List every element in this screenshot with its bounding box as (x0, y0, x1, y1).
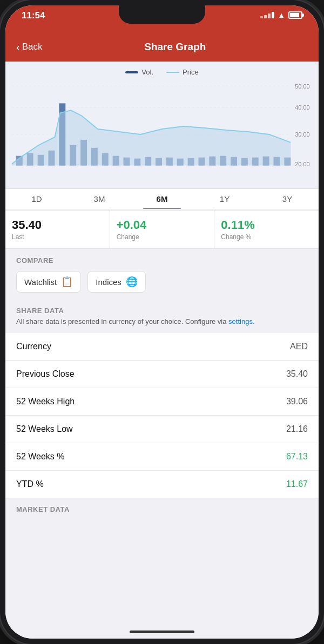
svg-text:40.00: 40.00 (295, 104, 309, 111)
time-btn-6m[interactable]: 6M (131, 189, 193, 209)
indices-button[interactable]: Indices 🌐 (87, 271, 146, 293)
battery-icon (288, 11, 302, 19)
table-row: Currency AED (5, 333, 319, 361)
share-data-desc: All share data is presented in currency … (16, 317, 308, 327)
52wk-high-val: 39.06 (286, 397, 308, 406)
vol-label: Vol. (141, 68, 153, 76)
52wk-low-val: 21.16 (286, 424, 308, 434)
ytd-pct-val: 11.67 (286, 479, 308, 489)
stat-change-pct-label: Change % (221, 233, 312, 241)
price-label: Price (183, 68, 199, 76)
stat-last-label: Last (12, 233, 103, 241)
table-row: 52 Weeks High 39.06 (5, 388, 319, 416)
compare-section: COMPARE Watchlist 📋 Indices 🌐 (5, 249, 319, 300)
time-btn-1d[interactable]: 1D (5, 189, 68, 209)
svg-text:50.00: 50.00 (295, 83, 309, 90)
chart-section: Vol. Price (5, 62, 319, 188)
status-time: 11:54 (22, 11, 45, 20)
chart-svg: 50.00 40.00 30.00 20.00 (12, 80, 312, 188)
watchlist-icon: 📋 (61, 276, 73, 288)
stat-last-value: 35.40 (12, 218, 103, 232)
currency-key: Currency (16, 342, 51, 351)
price-line-icon (166, 72, 179, 73)
wifi-icon: ▲ (278, 11, 285, 19)
52wk-high-key: 52 Weeks High (16, 397, 75, 406)
main-content: Vol. Price (5, 62, 319, 639)
market-data-title: MARKET DATA (16, 505, 308, 513)
settings-link[interactable]: settings. (228, 317, 254, 326)
stat-change-pct: 0.11% Change % (214, 211, 319, 248)
home-indicator (130, 631, 194, 633)
phone-shell: 11:54 ▲ ‹ Back Share Graph (0, 0, 324, 644)
indices-label: Indices (96, 277, 122, 287)
stat-last: 35.40 Last (5, 211, 110, 248)
table-row: 52 Weeks Low 21.16 (5, 416, 319, 443)
52wk-pct-val: 67.13 (286, 452, 308, 462)
watchlist-button[interactable]: Watchlist 📋 (16, 271, 81, 293)
table-row: YTD % 11.67 (5, 471, 319, 498)
time-selector: 1D 3M 6M 1Y 3Y (5, 188, 319, 209)
share-data-title: SHARE DATA (16, 307, 308, 315)
share-data-section: SHARE DATA All share data is presented i… (5, 300, 319, 331)
vol-line-icon (125, 71, 138, 73)
watchlist-label: Watchlist (24, 277, 57, 287)
status-icons: ▲ (260, 11, 302, 19)
legend-price: Price (166, 68, 199, 76)
stats-row: 35.40 Last +0.04 Change 0.11% Change % (5, 210, 319, 249)
table-row: 52 Weeks % 67.13 (5, 443, 319, 471)
chart-legend: Vol. Price (14, 68, 310, 76)
nav-title: Share Graph (42, 41, 308, 53)
compare-title: COMPARE (16, 256, 308, 265)
time-btn-3m[interactable]: 3M (68, 189, 131, 209)
back-button[interactable]: ‹ Back (16, 42, 42, 52)
time-btn-3y[interactable]: 3Y (256, 189, 319, 209)
stat-change-label: Change (117, 233, 208, 241)
legend-vol: Vol. (125, 68, 153, 76)
currency-val: AED (290, 342, 308, 351)
table-row: Previous Close 35.40 (5, 361, 319, 388)
time-btn-1y[interactable]: 1Y (193, 189, 256, 209)
chart-container: 50.00 40.00 30.00 20.00 (12, 80, 312, 188)
52wk-pct-key: 52 Weeks % (16, 452, 65, 462)
compare-buttons: Watchlist 📋 Indices 🌐 (16, 271, 308, 293)
prev-close-key: Previous Close (16, 369, 75, 379)
stat-change-pct-value: 0.11% (221, 218, 312, 232)
stat-change: +0.04 Change (110, 211, 215, 248)
nav-header: ‹ Back Share Graph (5, 32, 319, 62)
52wk-low-key: 52 Weeks Low (16, 424, 73, 434)
signal-icon (260, 12, 274, 18)
market-data-section: MARKET DATA (5, 498, 319, 518)
screen: 11:54 ▲ ‹ Back Share Graph (5, 5, 319, 639)
prev-close-val: 35.40 (286, 369, 308, 379)
back-label: Back (22, 42, 43, 52)
notch (119, 5, 205, 24)
ytd-pct-key: YTD % (16, 479, 44, 489)
data-table: Currency AED Previous Close 35.40 52 Wee… (5, 333, 319, 498)
indices-icon: 🌐 (126, 276, 138, 288)
back-chevron-icon: ‹ (16, 42, 20, 52)
stat-change-value: +0.04 (117, 218, 208, 232)
svg-text:20.00: 20.00 (295, 161, 309, 167)
svg-text:30.00: 30.00 (295, 131, 309, 138)
